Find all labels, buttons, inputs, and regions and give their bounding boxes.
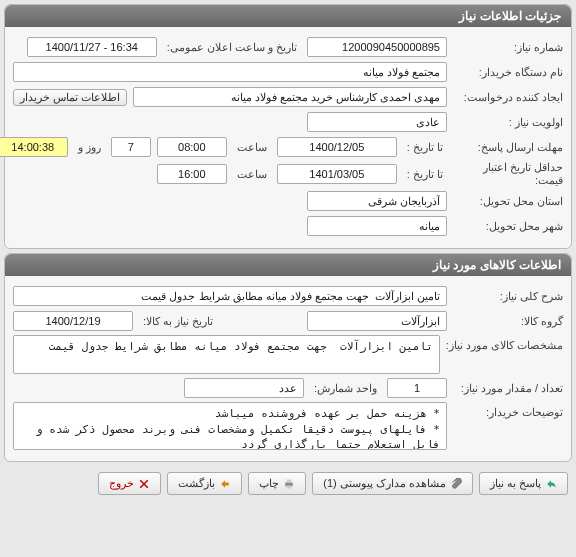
spec-label: مشخصات کالای مورد نیاز: (446, 335, 563, 352)
price-time-field[interactable] (157, 164, 227, 184)
need-details-header: جزئیات اطلاعات نیاز (5, 5, 571, 27)
until-label-1: تا تاریخ : (403, 141, 447, 154)
days-suffix: روز و (74, 141, 105, 154)
back-button-label: بازگشت (178, 477, 215, 490)
priority-field[interactable] (307, 112, 447, 132)
price-validity-label: حداقل تاریخ اعتبار قیمت: (453, 161, 563, 187)
print-button[interactable]: چاپ (248, 472, 306, 495)
time-label-2: ساعت (233, 168, 271, 181)
attachments-button[interactable]: مشاهده مدارک پیوستی (1) (312, 472, 473, 495)
announce-field[interactable] (27, 37, 157, 57)
province-field[interactable] (307, 191, 447, 211)
city-label: شهر محل تحویل: (453, 220, 563, 233)
qty-label: تعداد / مقدار مورد نیاز: (453, 382, 563, 395)
until-label-2: تا تاریخ : (403, 168, 447, 181)
back-icon (219, 478, 231, 490)
answer-time-field[interactable] (157, 137, 227, 157)
days-remain-field (111, 137, 151, 157)
svg-rect-1 (287, 479, 292, 482)
summary-field[interactable] (13, 286, 447, 306)
reply-button[interactable]: پاسخ به نیاز (479, 472, 568, 495)
need-no-label: شماره نیاز: (453, 41, 563, 54)
requester-label: ایجاد کننده درخواست: (453, 91, 563, 104)
goods-details-panel: اطلاعات کالاهای مورد نیاز شرح کلی نیاز: … (4, 253, 572, 462)
unit-label: واحد شمارش: (310, 382, 381, 395)
time-label-1: ساعت (233, 141, 271, 154)
city-field[interactable] (307, 216, 447, 236)
buyer-notes-field[interactable] (13, 402, 447, 450)
exit-icon (138, 478, 150, 490)
need-no-field[interactable] (307, 37, 447, 57)
attachments-button-label: مشاهده مدارک پیوستی (1) (323, 477, 446, 490)
button-bar: پاسخ به نیاز مشاهده مدارک پیوستی (1) چاپ… (0, 466, 576, 501)
exit-button-label: خروج (109, 477, 134, 490)
reply-icon (545, 478, 557, 490)
attachment-icon (450, 478, 462, 490)
priority-label: اولویت نیاز : (453, 116, 563, 129)
countdown-field (0, 137, 68, 157)
price-date-field[interactable] (277, 164, 397, 184)
need-to-label: تاریخ نیاز به کالا: (139, 315, 217, 328)
back-button[interactable]: بازگشت (167, 472, 242, 495)
province-label: استان محل تحویل: (453, 195, 563, 208)
group-field[interactable] (307, 311, 447, 331)
answer-deadline-label: مهلت ارسال پاسخ: (453, 141, 563, 154)
summary-label: شرح کلی نیاز: (453, 290, 563, 303)
exit-button[interactable]: خروج (98, 472, 161, 495)
requester-field[interactable] (133, 87, 447, 107)
goods-details-header: اطلاعات کالاهای مورد نیاز (5, 254, 571, 276)
buyer-label: نام دستگاه خریدار: (453, 66, 563, 79)
print-button-label: چاپ (259, 477, 279, 490)
svg-rect-2 (287, 485, 292, 488)
need-details-panel: جزئیات اطلاعات نیاز شماره نیاز: تاریخ و … (4, 4, 572, 249)
unit-field[interactable] (184, 378, 304, 398)
reply-button-label: پاسخ به نیاز (490, 477, 541, 490)
print-icon (283, 478, 295, 490)
buyer-notes-label: توضیحات خریدار: (453, 402, 563, 419)
buyer-field[interactable] (13, 62, 447, 82)
group-label: گروه کالا: (453, 315, 563, 328)
contact-buyer-button[interactable]: اطلاعات تماس خریدار (13, 89, 127, 106)
spec-field[interactable] (13, 335, 440, 374)
announce-label: تاریخ و ساعت اعلان عمومی: (163, 41, 301, 54)
need-to-field[interactable] (13, 311, 133, 331)
answer-date-field[interactable] (277, 137, 397, 157)
qty-field[interactable] (387, 378, 447, 398)
